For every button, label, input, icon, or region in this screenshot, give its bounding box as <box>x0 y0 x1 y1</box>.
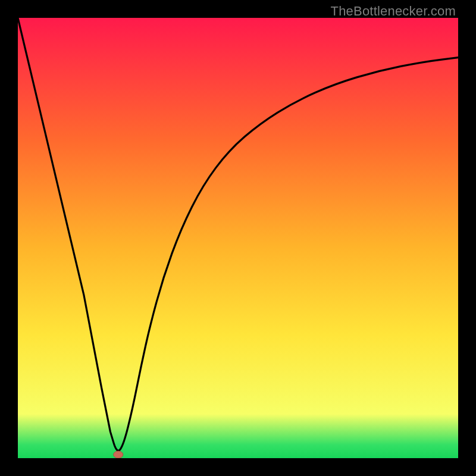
bottleneck-chart <box>18 18 458 458</box>
chart-frame <box>18 18 458 458</box>
watermark-text: TheBottlenecker.com <box>331 4 456 19</box>
optimal-point-marker <box>114 451 123 458</box>
gradient-background <box>18 18 458 458</box>
